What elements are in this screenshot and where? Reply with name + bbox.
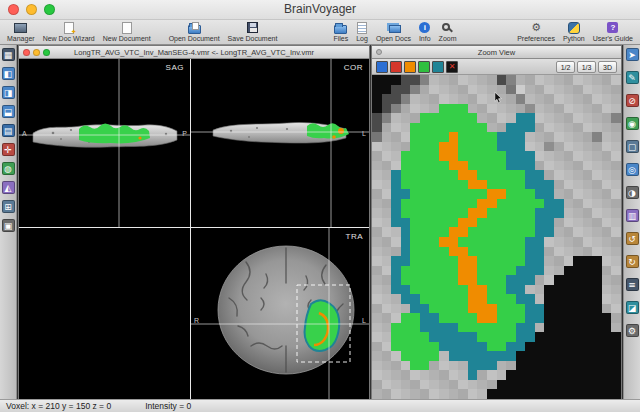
zoom-window-button[interactable]: [44, 4, 55, 15]
crosshair-icon[interactable]: ✛: [2, 143, 15, 156]
save-document-icon: [247, 21, 258, 34]
new-document-button[interactable]: New Document: [103, 20, 151, 44]
quadrant-divider-vertical: [190, 59, 191, 399]
marker-orange-button[interactable]: [404, 61, 416, 73]
erase-voxels-icon[interactable]: ⊘: [626, 94, 639, 107]
python-button[interactable]: Python: [563, 20, 585, 44]
open-document-button[interactable]: Open Document: [169, 20, 220, 44]
marker-red-button[interactable]: [390, 61, 402, 73]
log-icon: [357, 21, 367, 34]
quadrant-divider-horizontal: [19, 227, 369, 228]
files-label: Files: [333, 35, 348, 43]
volume-render-icon[interactable]: ◍: [2, 162, 15, 175]
snapshot-icon[interactable]: ▣: [2, 219, 15, 232]
sag-marker-posterior: P: [182, 130, 187, 137]
vmr-minimize-button[interactable]: [33, 49, 40, 56]
sagittal-slice-canvas[interactable]: [19, 59, 190, 227]
vmr-window-titlebar[interactable]: LongTR_AVG_VTC_Inv_ManSEG-4.vmr <- LongT…: [19, 46, 369, 59]
files-folder-icon: [334, 21, 347, 34]
open-docs-button[interactable]: Open Docs: [376, 20, 411, 44]
python-label: Python: [563, 35, 585, 43]
zoom-third-button[interactable]: 1/3: [577, 61, 596, 73]
users-guide-button[interactable]: User's Guide: [593, 20, 633, 44]
marker-green-button[interactable]: [418, 61, 430, 73]
mouse-cursor: [494, 91, 504, 105]
zoom-half-button[interactable]: 1/2: [556, 61, 575, 73]
fill-region-icon[interactable]: ◉: [626, 117, 639, 130]
draw-voxels-icon[interactable]: ✎: [626, 71, 639, 84]
magnify-icon[interactable]: ◎: [626, 163, 639, 176]
wizard-document-icon: [64, 21, 74, 34]
save-document-button[interactable]: Save Document: [228, 20, 278, 44]
zoom-factor-buttons: 1/2 1/3 3D: [556, 61, 617, 73]
cor-marker-left: L: [362, 130, 366, 137]
open-document-icon: [188, 21, 201, 34]
zoom-view-close-button[interactable]: [376, 49, 382, 55]
new-document-label: New Document: [103, 35, 151, 43]
zoom-button[interactable]: Zoom: [439, 20, 457, 44]
cor-label: COR: [344, 63, 363, 72]
vmr-zoom-button[interactable]: [43, 49, 50, 56]
zoom-view-titlebar[interactable]: Zoom View: [372, 46, 621, 59]
new-doc-wizard-button[interactable]: New Doc Wizard: [43, 20, 95, 44]
contrast-icon[interactable]: ◑: [626, 186, 639, 199]
link-views-icon[interactable]: ⊞: [2, 200, 15, 213]
pointer-tool-icon[interactable]: ➤: [626, 48, 639, 61]
marker-teal-button[interactable]: [432, 61, 444, 73]
sagittal-quadrant[interactable]: SAG A P: [19, 59, 190, 227]
window-titlebar[interactable]: BrainVoyager: [0, 0, 640, 20]
cor-crosshair: [191, 59, 369, 227]
marker-blue-button[interactable]: [376, 61, 388, 73]
open-document-label: Open Document: [169, 35, 220, 43]
guide-icon: [607, 21, 618, 34]
info-button[interactable]: Info: [419, 20, 431, 44]
multi-slice-icon[interactable]: ▤: [2, 124, 15, 137]
redo-icon[interactable]: ↻: [626, 255, 639, 268]
status-bar: Voxel: x = 210 y = 150 z = 0 Intensity =…: [0, 399, 640, 412]
mask-icon[interactable]: ◪: [626, 301, 639, 314]
manager-button[interactable]: Manager: [7, 20, 35, 44]
gear-icon: [531, 21, 541, 34]
coronal-quadrant[interactable]: COR L: [191, 59, 369, 227]
histogram-icon[interactable]: ▥: [626, 209, 639, 222]
close-window-button[interactable]: [8, 4, 19, 15]
layers-icon[interactable]: ≡: [626, 278, 639, 291]
coronal-view-icon[interactable]: ◨: [2, 86, 15, 99]
zoom-label: Zoom: [439, 35, 457, 43]
zoom-view-window: Zoom View ✕ 1/2 1/3 3D: [371, 45, 622, 399]
zoom-pixel-grid[interactable]: [372, 75, 621, 399]
info-icon: [419, 21, 430, 34]
minimize-window-button[interactable]: [26, 4, 37, 15]
window-layout-icon[interactable]: ▦: [2, 48, 15, 61]
new-doc-wizard-label: New Doc Wizard: [43, 35, 95, 43]
surface-view-icon[interactable]: ◭: [2, 181, 15, 194]
files-button[interactable]: Files: [333, 20, 348, 44]
transversal-slice-canvas[interactable]: [191, 228, 369, 399]
manager-icon: [14, 21, 27, 34]
tra-marker-right: R: [194, 317, 199, 324]
new-document-icon: [122, 21, 132, 34]
transversal-view-icon[interactable]: ⬓: [2, 105, 15, 118]
info-label: Info: [419, 35, 431, 43]
vmr-close-button[interactable]: [23, 49, 30, 56]
coronal-slice-canvas[interactable]: [191, 59, 369, 227]
open-docs-icon: [386, 21, 401, 34]
seg-settings-icon[interactable]: ⚙: [626, 324, 639, 337]
sagittal-view-icon[interactable]: ◧: [2, 67, 15, 80]
mdi-workspace: LongTR_AVG_VTC_Inv_ManSEG-4.vmr <- LongT…: [17, 45, 623, 399]
preferences-button[interactable]: Preferences: [517, 20, 555, 44]
tra-label: TRA: [346, 232, 364, 241]
log-label: Log: [356, 35, 368, 43]
transversal-quadrant[interactable]: TRA R L: [191, 228, 369, 399]
manager-label: Manager: [7, 35, 35, 43]
select-box-icon[interactable]: ▢: [626, 140, 639, 153]
zoom-view-title: Zoom View: [478, 48, 515, 57]
zoom-canvas[interactable]: [372, 75, 621, 399]
zoom-3d-button[interactable]: 3D: [598, 61, 617, 73]
sag-marker-anterior: A: [22, 130, 27, 137]
empty-quadrant[interactable]: [19, 228, 190, 399]
log-button[interactable]: Log: [356, 20, 368, 44]
right-tool-strip: ➤✎⊘◉▢◎◑▥↺↻≡◪⚙: [623, 45, 640, 399]
clear-marker-button[interactable]: ✕: [446, 61, 458, 73]
undo-icon[interactable]: ↺: [626, 232, 639, 245]
